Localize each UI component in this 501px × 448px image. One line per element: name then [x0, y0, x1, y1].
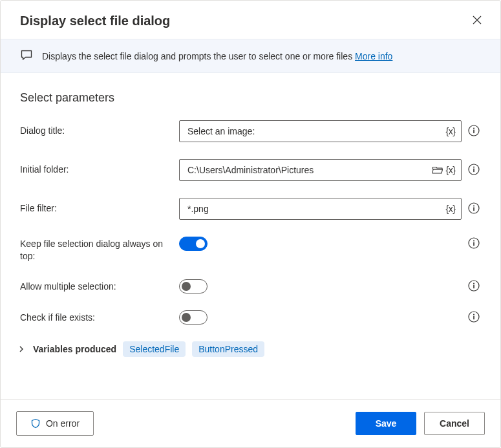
variable-chip[interactable]: SelectedFile	[123, 341, 186, 357]
close-icon	[472, 15, 482, 25]
svg-rect-5	[473, 169, 474, 173]
svg-point-1	[473, 127, 474, 129]
dialog-title: Display select file dialog	[20, 14, 170, 28]
comment-icon	[20, 48, 33, 63]
info-icon[interactable]	[468, 311, 481, 324]
svg-rect-2	[473, 130, 474, 134]
more-info-link[interactable]: More info	[355, 51, 392, 61]
info-icon[interactable]	[468, 237, 481, 250]
always-on-top-toggle[interactable]	[179, 237, 208, 251]
variable-picker-icon[interactable]: {x}	[444, 125, 457, 138]
svg-rect-11	[473, 242, 474, 246]
multiple-selection-label: Allow multiple selection:	[20, 279, 169, 293]
info-banner: Displays the select file dialog and prom…	[1, 39, 500, 73]
svg-point-7	[473, 205, 474, 206]
svg-point-4	[473, 166, 474, 167]
chevron-right-icon[interactable]	[17, 345, 27, 354]
info-icon[interactable]	[468, 280, 481, 293]
variable-picker-icon[interactable]: {x}	[444, 164, 457, 176]
dialog-title-label: Dialog title:	[20, 120, 169, 137]
info-icon[interactable]	[468, 125, 481, 138]
check-exists-toggle[interactable]	[179, 310, 208, 325]
multiple-selection-toggle[interactable]	[179, 279, 208, 293]
info-icon[interactable]	[468, 164, 481, 176]
svg-rect-8	[473, 208, 474, 211]
info-banner-text: Displays the select file dialog and prom…	[42, 51, 392, 61]
variable-picker-icon[interactable]: {x}	[444, 202, 457, 215]
always-on-top-label: Keep file selection dialog always on top…	[20, 237, 169, 262]
on-error-button[interactable]: On error	[16, 411, 94, 436]
folder-browse-icon[interactable]	[431, 164, 444, 176]
dialog-title-input[interactable]	[186, 125, 444, 137]
initial-folder-input[interactable]	[186, 164, 431, 176]
cancel-button[interactable]: Cancel	[424, 412, 485, 435]
section-heading: Select parameters	[20, 91, 481, 105]
svg-point-16	[473, 314, 474, 315]
shield-icon	[30, 418, 41, 429]
file-filter-label: File filter:	[20, 198, 169, 215]
check-exists-label: Check if file exists:	[20, 310, 169, 324]
save-button[interactable]: Save	[356, 412, 416, 435]
close-button[interactable]	[469, 12, 485, 30]
variables-produced-label: Variables produced	[33, 344, 116, 354]
svg-point-13	[473, 283, 474, 284]
initial-folder-label: Initial folder:	[20, 159, 169, 176]
file-filter-input[interactable]	[186, 203, 444, 215]
variable-chip[interactable]: ButtonPressed	[192, 341, 264, 357]
svg-rect-14	[473, 284, 474, 288]
svg-point-10	[473, 240, 474, 241]
svg-rect-17	[473, 315, 474, 319]
info-icon[interactable]	[468, 202, 481, 215]
